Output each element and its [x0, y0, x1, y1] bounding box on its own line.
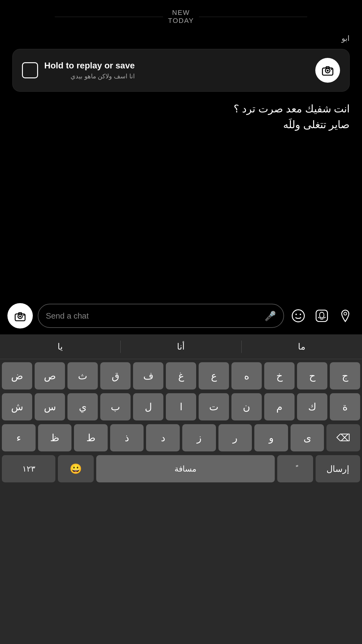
space-key[interactable]: مسافة: [96, 455, 275, 482]
input-bar: Send a chat 🎤: [0, 297, 362, 334]
key-alef[interactable]: ا: [166, 393, 196, 420]
snap-message-bubble[interactable]: Hold to replay or save انا اسف ولاكن ماه…: [12, 49, 350, 92]
chat-area: NEW TODAY ابو Hold to replay or save انا…: [0, 0, 362, 334]
key-seen[interactable]: س: [35, 393, 65, 420]
key-kha[interactable]: خ: [264, 362, 295, 389]
snap-checkbox[interactable]: [22, 62, 38, 78]
received-message: انت شفيك معد صرت ترد ؟ صاير تتغلى وللَه: [0, 98, 362, 136]
key-hah[interactable]: ح: [297, 362, 327, 389]
svg-point-1: [327, 70, 329, 72]
keyboard-row-1: ض ص ث ق ف غ ع ه خ ح ج: [2, 362, 360, 389]
snap-title: Hold to replay or save: [44, 61, 135, 71]
key-jeem[interactable]: ج: [330, 362, 360, 389]
new-label: NEW: [168, 9, 194, 17]
new-today-text: NEW TODAY: [168, 9, 194, 25]
svg-point-8: [292, 310, 304, 322]
autocomplete-bar: يا أنا ما: [0, 334, 362, 359]
key-tah[interactable]: ط: [74, 424, 108, 451]
mic-keyboard-key[interactable]: ً: [277, 455, 313, 482]
emoji-keyboard-key[interactable]: 😀: [58, 455, 93, 482]
chat-input-pill[interactable]: Send a chat 🎤: [38, 304, 284, 328]
key-ta[interactable]: ت: [199, 393, 229, 420]
key-dad[interactable]: ض: [2, 362, 32, 389]
key-thal[interactable]: ذ: [110, 424, 144, 451]
camera-icon: [321, 64, 334, 77]
snapchat-icon: [315, 309, 329, 323]
today-label: TODAY: [168, 17, 194, 25]
numbers-key[interactable]: ١٢٣: [2, 455, 55, 482]
autocomplete-item-3[interactable]: ما: [242, 338, 362, 355]
key-alef-maqsura[interactable]: ى: [291, 424, 324, 451]
key-sad[interactable]: ص: [35, 362, 65, 389]
key-sheen[interactable]: ش: [2, 393, 32, 420]
key-ghain[interactable]: غ: [166, 362, 196, 389]
keyboard-row-4: ١٢٣ 😀 مسافة ً إرسال: [2, 455, 360, 482]
keyboard-row-3: ء ظ ط ذ د ز ر و ى ⌫: [2, 424, 360, 451]
key-ya[interactable]: ي: [67, 393, 98, 420]
location-icon: [338, 309, 352, 323]
snap-camera-button[interactable]: [315, 58, 340, 83]
keyboard-row-2: ش س ي ب ل ا ت ن م ك ة: [2, 393, 360, 420]
key-zha[interactable]: ظ: [38, 424, 72, 451]
key-ha[interactable]: ه: [231, 362, 262, 389]
autocomplete-item-1[interactable]: يا: [0, 338, 120, 355]
received-message-line1: انت شفيك معد صرت ترد ؟: [12, 101, 350, 117]
header-line-left: [55, 17, 163, 17]
svg-point-12: [344, 312, 347, 315]
snap-bubble-left: Hold to replay or save انا اسف ولاكن ماه…: [22, 61, 135, 80]
mic-button[interactable]: 🎤: [265, 311, 276, 321]
send-key[interactable]: إرسال: [316, 455, 360, 482]
key-meem[interactable]: م: [264, 393, 295, 420]
svg-point-3: [331, 69, 332, 70]
keyboard-area: يا أنا ما ض ص ث ق ف غ ع ه خ ح ج ش س ي ب …: [0, 334, 362, 644]
new-today-header: NEW TODAY: [0, 0, 362, 31]
autocomplete-item-2[interactable]: أنا: [121, 338, 241, 355]
backspace-key[interactable]: ⌫: [326, 424, 360, 451]
key-lam[interactable]: ل: [133, 393, 163, 420]
key-waw[interactable]: و: [254, 424, 288, 451]
camera-icon: [14, 310, 26, 322]
key-nun[interactable]: ن: [231, 393, 262, 420]
svg-rect-11: [316, 310, 328, 322]
key-ba[interactable]: ب: [100, 393, 131, 420]
camera-button[interactable]: [7, 303, 33, 329]
svg-point-10: [300, 314, 301, 315]
keyboard-rows: ض ص ث ق ف غ ع ه خ ح ج ش س ي ب ل ا ت ن م …: [0, 359, 362, 482]
key-qaf[interactable]: ق: [100, 362, 131, 389]
svg-point-5: [19, 315, 21, 317]
header-line-right: [199, 17, 307, 17]
snap-subtitle: انا اسف ولاكن ماهو بيدي: [44, 72, 135, 80]
key-thaa[interactable]: ث: [67, 362, 98, 389]
key-kaf[interactable]: ك: [297, 393, 327, 420]
key-zain[interactable]: ز: [182, 424, 216, 451]
emoji-button[interactable]: [289, 307, 308, 325]
location-button[interactable]: [336, 307, 355, 325]
snap-bubble-content: Hold to replay or save انا اسف ولاكن ماه…: [44, 61, 135, 80]
chat-input-placeholder: Send a chat: [46, 311, 261, 321]
svg-point-9: [295, 314, 297, 315]
key-ra[interactable]: ر: [218, 424, 252, 451]
snap-face-button[interactable]: [312, 307, 331, 325]
sender-label: ابو: [0, 31, 362, 46]
key-hamza[interactable]: ء: [2, 424, 36, 451]
key-fa[interactable]: ف: [133, 362, 163, 389]
emoji-icon: [291, 309, 305, 323]
key-ta-marb[interactable]: ة: [330, 393, 360, 420]
key-ain[interactable]: ع: [199, 362, 229, 389]
key-dal[interactable]: د: [146, 424, 180, 451]
received-message-line2: صاير تتغلى وللَه: [12, 117, 350, 133]
svg-point-7: [23, 315, 24, 316]
